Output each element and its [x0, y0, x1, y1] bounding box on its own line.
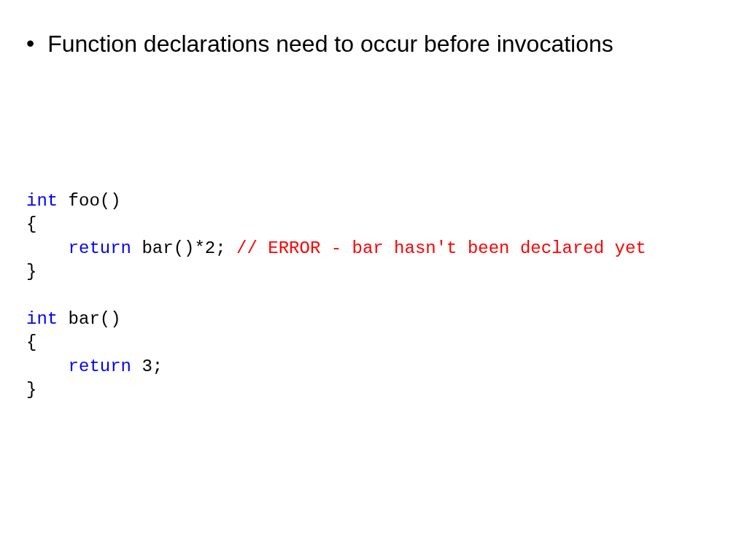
indent [26, 357, 69, 376]
brace-close: } [26, 262, 36, 281]
code-block: int foo() { return bar()*2; // ERROR - b… [26, 190, 725, 402]
indent [26, 238, 69, 258]
error-comment: // ERROR - bar hasn't been declared yet [236, 238, 646, 258]
bar-signature: bar() [58, 309, 120, 329]
bullet-item: • Function declarations need to occur be… [22, 29, 725, 58]
foo-return-expr: bar()*2; [131, 238, 236, 258]
keyword-return: return [69, 238, 131, 258]
bar-return-expr: 3; [131, 357, 163, 376]
brace-close: } [26, 380, 36, 400]
bullet-marker: • [26, 29, 34, 57]
brace-open: { [26, 332, 36, 352]
bullet-text: Function declarations need to occur befo… [47, 29, 614, 58]
keyword-int: int [26, 191, 58, 211]
brace-open: { [26, 214, 36, 234]
keyword-return: return [69, 357, 131, 376]
keyword-int: int [26, 309, 58, 329]
foo-signature: foo() [58, 191, 120, 211]
